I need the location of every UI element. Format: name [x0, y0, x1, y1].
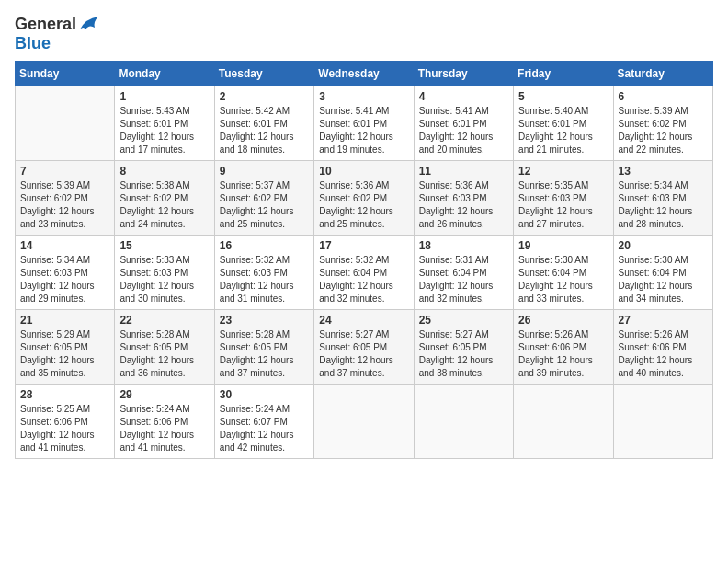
day-info: Sunrise: 5:33 AMSunset: 6:03 PMDaylight:… [119, 254, 209, 305]
calendar-cell: 23Sunrise: 5:28 AMSunset: 6:05 PMDayligh… [214, 310, 313, 385]
day-info: Sunrise: 5:41 AMSunset: 6:01 PMDaylight:… [419, 105, 508, 156]
day-info: Sunrise: 5:28 AMSunset: 6:05 PMDaylight:… [220, 328, 309, 380]
calendar-header-tuesday: Tuesday [214, 62, 313, 86]
calendar-cell: 28Sunrise: 5:25 AMSunset: 6:06 PMDayligh… [16, 385, 115, 459]
calendar-cell [16, 86, 115, 161]
day-info: Sunrise: 5:34 AMSunset: 6:03 PMDaylight:… [619, 179, 708, 231]
day-number: 18 [419, 239, 508, 252]
calendar-cell: 9Sunrise: 5:37 AMSunset: 6:02 PMDaylight… [214, 161, 313, 236]
calendar-cell [414, 385, 513, 459]
day-number: 12 [518, 165, 608, 178]
day-number: 4 [419, 90, 508, 103]
day-number: 28 [20, 388, 109, 401]
day-number: 19 [518, 239, 608, 252]
day-number: 14 [20, 239, 109, 252]
day-info: Sunrise: 5:30 AMSunset: 6:04 PMDaylight:… [518, 254, 608, 305]
day-info: Sunrise: 5:36 AMSunset: 6:03 PMDaylight:… [419, 179, 508, 231]
calendar-cell: 2Sunrise: 5:42 AMSunset: 6:01 PMDaylight… [214, 86, 313, 161]
day-info: Sunrise: 5:41 AMSunset: 6:01 PMDaylight:… [319, 105, 408, 156]
logo-blue-text: Blue [15, 34, 51, 53]
day-info: Sunrise: 5:40 AMSunset: 6:01 PMDaylight:… [518, 105, 608, 156]
day-number: 26 [518, 314, 608, 327]
calendar-header-friday: Friday [514, 62, 613, 86]
day-info: Sunrise: 5:35 AMSunset: 6:03 PMDaylight:… [518, 179, 608, 231]
calendar-cell: 1Sunrise: 5:43 AMSunset: 6:01 PMDaylight… [115, 86, 214, 161]
day-number: 22 [119, 314, 209, 327]
calendar-header-row: SundayMondayTuesdayWednesdayThursdayFrid… [16, 62, 713, 86]
day-number: 2 [220, 90, 309, 103]
calendar-cell: 10Sunrise: 5:36 AMSunset: 6:02 PMDayligh… [314, 161, 414, 236]
day-info: Sunrise: 5:31 AMSunset: 6:04 PMDaylight:… [419, 254, 508, 305]
calendar-week-row: 1Sunrise: 5:43 AMSunset: 6:01 PMDaylight… [16, 86, 713, 161]
calendar-week-row: 7Sunrise: 5:39 AMSunset: 6:02 PMDaylight… [16, 161, 713, 236]
day-info: Sunrise: 5:39 AMSunset: 6:02 PMDaylight:… [20, 179, 109, 231]
day-number: 9 [220, 165, 309, 178]
day-number: 25 [419, 314, 508, 327]
calendar-cell [613, 385, 712, 459]
day-info: Sunrise: 5:38 AMSunset: 6:02 PMDaylight:… [119, 179, 209, 231]
calendar-cell: 5Sunrise: 5:40 AMSunset: 6:01 PMDaylight… [514, 86, 613, 161]
day-info: Sunrise: 5:26 AMSunset: 6:06 PMDaylight:… [619, 328, 708, 380]
day-number: 30 [220, 388, 309, 401]
day-number: 5 [518, 90, 608, 103]
calendar-cell: 13Sunrise: 5:34 AMSunset: 6:03 PMDayligh… [613, 161, 712, 236]
calendar-cell: 27Sunrise: 5:26 AMSunset: 6:06 PMDayligh… [613, 310, 712, 385]
calendar-header-wednesday: Wednesday [314, 62, 414, 86]
calendar-week-row: 14Sunrise: 5:34 AMSunset: 6:03 PMDayligh… [16, 236, 713, 310]
calendar-week-row: 28Sunrise: 5:25 AMSunset: 6:06 PMDayligh… [16, 385, 713, 459]
calendar-cell: 17Sunrise: 5:32 AMSunset: 6:04 PMDayligh… [314, 236, 414, 310]
day-number: 16 [220, 239, 309, 252]
day-info: Sunrise: 5:26 AMSunset: 6:06 PMDaylight:… [518, 328, 608, 380]
logo-general-text: General [15, 15, 76, 34]
calendar-cell: 30Sunrise: 5:24 AMSunset: 6:07 PMDayligh… [214, 385, 313, 459]
day-number: 6 [619, 90, 708, 103]
day-info: Sunrise: 5:32 AMSunset: 6:04 PMDaylight:… [319, 254, 408, 305]
page-header: General Blue [15, 15, 713, 53]
calendar-cell: 29Sunrise: 5:24 AMSunset: 6:06 PMDayligh… [115, 385, 214, 459]
day-number: 10 [319, 165, 408, 178]
day-info: Sunrise: 5:27 AMSunset: 6:05 PMDaylight:… [319, 328, 408, 380]
calendar-cell: 16Sunrise: 5:32 AMSunset: 6:03 PMDayligh… [214, 236, 313, 310]
day-number: 15 [119, 239, 209, 252]
day-number: 8 [119, 165, 209, 178]
day-info: Sunrise: 5:32 AMSunset: 6:03 PMDaylight:… [220, 254, 309, 305]
calendar-cell: 19Sunrise: 5:30 AMSunset: 6:04 PMDayligh… [514, 236, 613, 310]
day-info: Sunrise: 5:39 AMSunset: 6:02 PMDaylight:… [619, 105, 708, 156]
calendar-header-saturday: Saturday [613, 62, 712, 86]
day-info: Sunrise: 5:24 AMSunset: 6:07 PMDaylight:… [220, 403, 309, 454]
day-info: Sunrise: 5:36 AMSunset: 6:02 PMDaylight:… [319, 179, 408, 231]
day-number: 29 [119, 388, 209, 401]
calendar-cell: 18Sunrise: 5:31 AMSunset: 6:04 PMDayligh… [414, 236, 513, 310]
calendar-week-row: 21Sunrise: 5:29 AMSunset: 6:05 PMDayligh… [16, 310, 713, 385]
calendar-cell: 26Sunrise: 5:26 AMSunset: 6:06 PMDayligh… [514, 310, 613, 385]
day-info: Sunrise: 5:42 AMSunset: 6:01 PMDaylight:… [220, 105, 309, 156]
calendar-cell: 11Sunrise: 5:36 AMSunset: 6:03 PMDayligh… [414, 161, 513, 236]
day-info: Sunrise: 5:25 AMSunset: 6:06 PMDaylight:… [20, 403, 109, 454]
calendar-cell [314, 385, 414, 459]
calendar-cell: 20Sunrise: 5:30 AMSunset: 6:04 PMDayligh… [613, 236, 712, 310]
day-number: 11 [419, 165, 508, 178]
logo: General Blue [15, 15, 98, 53]
calendar-cell: 4Sunrise: 5:41 AMSunset: 6:01 PMDaylight… [414, 86, 513, 161]
day-info: Sunrise: 5:30 AMSunset: 6:04 PMDaylight:… [619, 254, 708, 305]
calendar-cell: 22Sunrise: 5:28 AMSunset: 6:05 PMDayligh… [115, 310, 214, 385]
calendar-cell: 6Sunrise: 5:39 AMSunset: 6:02 PMDaylight… [613, 86, 712, 161]
day-info: Sunrise: 5:24 AMSunset: 6:06 PMDaylight:… [119, 403, 209, 454]
logo-bird-icon [78, 17, 98, 33]
day-info: Sunrise: 5:28 AMSunset: 6:05 PMDaylight:… [119, 328, 209, 380]
day-info: Sunrise: 5:43 AMSunset: 6:01 PMDaylight:… [119, 105, 209, 156]
day-info: Sunrise: 5:27 AMSunset: 6:05 PMDaylight:… [419, 328, 508, 380]
calendar-cell: 15Sunrise: 5:33 AMSunset: 6:03 PMDayligh… [115, 236, 214, 310]
calendar-cell: 3Sunrise: 5:41 AMSunset: 6:01 PMDaylight… [314, 86, 414, 161]
calendar-header-monday: Monday [115, 62, 214, 86]
calendar-header-thursday: Thursday [414, 62, 513, 86]
day-number: 27 [619, 314, 708, 327]
day-info: Sunrise: 5:37 AMSunset: 6:02 PMDaylight:… [220, 179, 309, 231]
day-number: 20 [619, 239, 708, 252]
day-info: Sunrise: 5:29 AMSunset: 6:05 PMDaylight:… [20, 328, 109, 380]
day-number: 17 [319, 239, 408, 252]
calendar-cell: 12Sunrise: 5:35 AMSunset: 6:03 PMDayligh… [514, 161, 613, 236]
day-number: 24 [319, 314, 408, 327]
calendar-cell: 25Sunrise: 5:27 AMSunset: 6:05 PMDayligh… [414, 310, 513, 385]
calendar-cell: 8Sunrise: 5:38 AMSunset: 6:02 PMDaylight… [115, 161, 214, 236]
